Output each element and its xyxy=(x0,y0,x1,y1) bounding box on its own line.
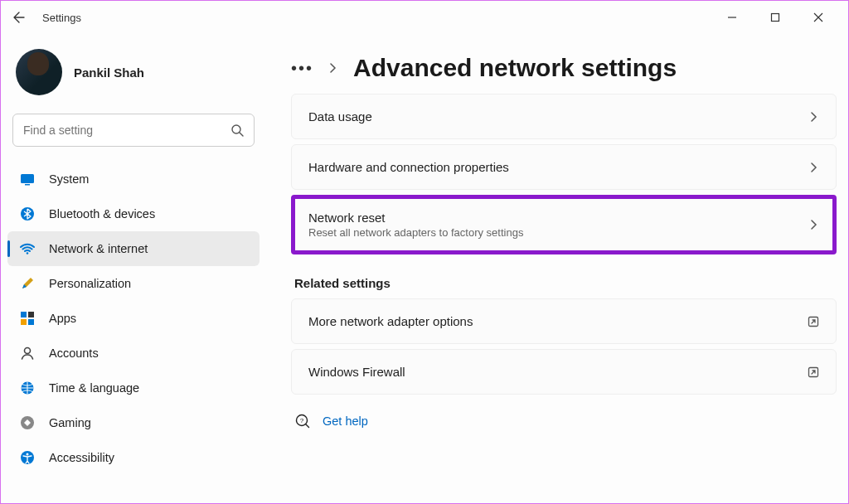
avatar xyxy=(16,49,62,95)
card-title: Data usage xyxy=(308,109,372,124)
svg-point-1 xyxy=(232,125,240,133)
sidebar-item-label: Apps xyxy=(49,312,76,325)
chevron-right-icon xyxy=(328,63,338,73)
get-help-link[interactable]: Get help xyxy=(323,414,368,428)
sidebar-item-label: Accounts xyxy=(49,346,99,360)
person-icon xyxy=(19,345,36,361)
external-link-icon xyxy=(808,366,819,378)
card-title: Hardware and connection properties xyxy=(308,160,509,174)
main-panel: ••• Advanced network settings Data usage… xyxy=(266,34,848,503)
sidebar-item-label: System xyxy=(49,172,89,186)
sidebar: Pankil Shah System Bluetooth & devices N… xyxy=(1,34,266,503)
minimize-button[interactable] xyxy=(720,6,744,29)
sidebar-item-apps[interactable]: Apps xyxy=(7,301,260,336)
maximize-button[interactable] xyxy=(764,6,787,29)
search-box[interactable] xyxy=(12,114,255,147)
search-icon xyxy=(230,124,244,137)
breadcrumb: ••• Advanced network settings xyxy=(291,54,837,82)
card-title: More network adapter options xyxy=(308,314,473,328)
card-title: Windows Firewall xyxy=(308,365,405,379)
breadcrumb-overflow[interactable]: ••• xyxy=(291,59,313,78)
user-name: Pankil Shah xyxy=(74,65,144,80)
paintbrush-icon xyxy=(19,275,36,292)
apps-icon xyxy=(19,310,36,327)
globe-icon xyxy=(19,380,36,396)
card-subtitle: Reset all network adapters to factory se… xyxy=(308,226,523,239)
svg-point-5 xyxy=(27,252,29,254)
sidebar-item-label: Gaming xyxy=(49,416,91,429)
sidebar-item-bluetooth[interactable]: Bluetooth & devices xyxy=(7,196,260,231)
sidebar-item-network[interactable]: Network & internet xyxy=(7,231,260,266)
card-data-usage[interactable]: Data usage xyxy=(291,94,837,139)
svg-point-10 xyxy=(25,348,31,354)
close-icon xyxy=(813,12,823,22)
window-title: Settings xyxy=(42,12,81,24)
wifi-icon xyxy=(19,240,36,257)
chevron-right-icon xyxy=(809,220,819,230)
bluetooth-icon xyxy=(19,206,36,222)
gamepad-icon xyxy=(19,414,36,431)
section-header-related: Related settings xyxy=(294,276,837,290)
card-network-reset[interactable]: Network reset Reset all network adapters… xyxy=(291,195,837,254)
help-icon: ? xyxy=(294,413,311,429)
svg-rect-6 xyxy=(21,312,27,317)
system-icon xyxy=(19,171,36,187)
sidebar-item-personalization[interactable]: Personalization xyxy=(7,266,260,301)
search-input[interactable] xyxy=(23,124,230,137)
close-button[interactable] xyxy=(807,6,830,29)
arrow-left-icon xyxy=(12,11,26,24)
window-controls xyxy=(720,6,842,29)
minimize-icon xyxy=(727,12,737,22)
sidebar-nav: System Bluetooth & devices Network & int… xyxy=(7,162,260,475)
card-title: Network reset xyxy=(308,211,523,225)
chevron-right-icon xyxy=(809,162,819,172)
sidebar-item-accessibility[interactable]: Accessibility xyxy=(7,440,260,475)
help-row: ? Get help xyxy=(291,413,837,429)
back-button[interactable] xyxy=(7,6,31,29)
sidebar-item-label: Personalization xyxy=(49,277,131,290)
card-adapter-options[interactable]: More network adapter options xyxy=(291,298,837,344)
svg-rect-8 xyxy=(21,319,27,325)
sidebar-item-gaming[interactable]: Gaming xyxy=(7,405,260,440)
chevron-right-icon xyxy=(809,112,819,122)
titlebar: Settings xyxy=(1,1,848,34)
svg-rect-0 xyxy=(772,14,779,22)
maximize-icon xyxy=(770,12,780,22)
user-block[interactable]: Pankil Shah xyxy=(7,44,260,110)
sidebar-item-system[interactable]: System xyxy=(7,162,260,196)
card-hardware-properties[interactable]: Hardware and connection properties xyxy=(291,144,837,190)
accessibility-icon xyxy=(19,449,36,466)
svg-rect-3 xyxy=(25,184,30,186)
svg-text:?: ? xyxy=(300,417,304,424)
sidebar-item-accounts[interactable]: Accounts xyxy=(7,336,260,371)
sidebar-item-label: Accessibility xyxy=(49,451,114,464)
sidebar-item-label: Time & language xyxy=(49,381,139,395)
external-link-icon xyxy=(808,316,819,327)
svg-rect-9 xyxy=(28,319,34,325)
card-windows-firewall[interactable]: Windows Firewall xyxy=(291,349,837,395)
sidebar-item-label: Network & internet xyxy=(49,242,148,255)
svg-rect-2 xyxy=(21,174,34,183)
page-title: Advanced network settings xyxy=(353,54,677,82)
sidebar-item-time-language[interactable]: Time & language xyxy=(7,371,260,405)
svg-point-14 xyxy=(27,453,29,456)
sidebar-item-label: Bluetooth & devices xyxy=(49,207,155,220)
svg-rect-7 xyxy=(28,312,34,317)
